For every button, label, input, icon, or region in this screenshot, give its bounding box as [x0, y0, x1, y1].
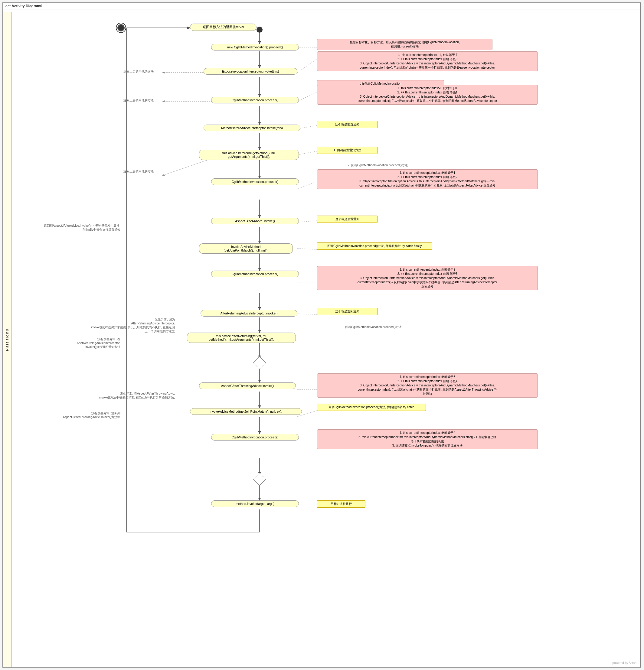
label-n11-left: 没有发生异常; 返回到 AspectJAfterThrowingAdvic.in… [42, 411, 120, 419]
return-top-label: 返回目标方法的返回值retVal [190, 24, 257, 31]
note-n3-2-detail: 1. this.currentInterceptorIndex: 此时等于1 2… [317, 169, 538, 189]
svg-line-28 [297, 249, 317, 250]
label-exception2: 发生异常, 在AspectJAfterThrowingAdvic. invoke… [90, 391, 175, 399]
node-n2: ExposelnvocationInterceptor.invoke(this) [203, 68, 297, 75]
diagram-title: act Activity Diagram0 [5, 4, 42, 8]
label-back1: 返回上层调用他的方法 [93, 69, 154, 73]
partition-name: Partition0 [5, 329, 9, 351]
label-exception1: 发生异常, 因为 AfterReturningAdviceInterceptor… [90, 318, 175, 333]
svg-line-23 [297, 92, 317, 101]
node-n3-2: CglibMethodInvocation.proceed() [211, 178, 299, 185]
label-back2: 返回上层调用他的方法 [93, 98, 154, 102]
note-n8: 这个就是返回通知 [317, 308, 378, 315]
return-top-text: 返回目标方法的返回值retVal [203, 25, 244, 29]
node-n8: AfterReturningAdviceInterceptor.invoke() [200, 310, 297, 317]
diagram-area: 返回目标方法的返回值retVal new CglibMethodInvocati… [12, 12, 640, 667]
diagram-frame: act Activity Diagram0 Partition0 [2, 2, 641, 668]
node-n11: invokeAdviceMethod(getJoinPointMatch(), … [190, 408, 302, 415]
node-n1: new CglibMethodInvocation().proceed() [211, 44, 299, 51]
svg-line-25 [297, 151, 317, 155]
note-n5: 1. 回调前置通知方法 [317, 147, 378, 154]
watermark: powered by Astah [613, 661, 637, 665]
note-n8-2: 回调CglibMethodInvocation.proceed()方法 [317, 325, 402, 329]
node-n4: MethodBeforeAdviceInterceptor.invoke(thi… [203, 124, 300, 131]
partition-label: Partition0 [3, 12, 12, 667]
node-n3-4: CglibMethodInvocation.proceed() [211, 434, 299, 441]
label-n6-left: 返回到AspectJAfterAdvice.invoke()中, 无论是否发生异… [42, 224, 120, 232]
note-n3-3-detail: 1. this.currentInterceptorIndex: 此时等于3 2… [317, 373, 538, 398]
note-n3-4: 1. this.currentInterceptorIndex: 此时等于4 2… [317, 429, 538, 449]
svg-line-22 [297, 59, 317, 72]
title-bar: act Activity Diagram0 [3, 3, 640, 9]
note-n2-1: 1. this.currentInterceptorIndex:-1, 默从等于… [317, 51, 538, 71]
node-n7: invokeAdviceMethod (getJoinPointMatch(),… [199, 243, 293, 254]
note-n6: 这个就是后置通知 [317, 216, 378, 223]
label-n3-2-1: 2. 回调CglibMethodInvocation.proceed()方法 [317, 163, 408, 167]
note-n3-1: 1. this.currentInterceptorIndex:-1, 此时等于… [317, 85, 538, 105]
svg-line-26 [297, 182, 317, 189]
node-n3-3: CglibMethodInvocation.proceed() [211, 271, 299, 277]
label-back3: 返回上层调用他的方法 [93, 169, 154, 173]
node-n10: AspectJAfterThrowingAdvice.invoke() [199, 383, 296, 389]
diamond-2 [255, 475, 264, 484]
note-n3-3: 1. this.currentInterceptorIndex: 此时等于2 2… [317, 266, 538, 290]
note-n1: 根据目标对象、目标方法、以及所有拦截器链(增强器) 创建CglibMethodI… [317, 39, 492, 50]
node-n9: this.advice.afterReturning(retVal, mi. g… [187, 333, 296, 343]
note-n4: 这个就是前置通知 [317, 121, 378, 128]
node-n3-1: CglibMethodInvocation.proceed() [211, 97, 299, 103]
node-n6: AspectJAfterAdvice.invoke() [211, 218, 299, 224]
label-n9-left: 没有发生异常, 在 AfterReturningAdviceIntercepto… [42, 337, 120, 349]
note-n7: 回调CglibMethodInvocation.proceed()方法, 并捕捉… [317, 242, 432, 250]
end-node [117, 24, 124, 31]
node-n5: this.advice.before(mi.getMethod(), mi. g… [199, 150, 299, 160]
diamond-1 [255, 358, 264, 367]
start-node [257, 27, 263, 33]
node-n12: method.invoke(target, args) [211, 500, 299, 507]
note-n12: 目标方法被执行 [317, 500, 365, 508]
svg-line-30 [297, 314, 317, 314]
note-n10: 回调CglibMethodInvocation.proceed()方法, 并捕捉… [317, 404, 426, 411]
svg-line-27 [297, 221, 317, 222]
